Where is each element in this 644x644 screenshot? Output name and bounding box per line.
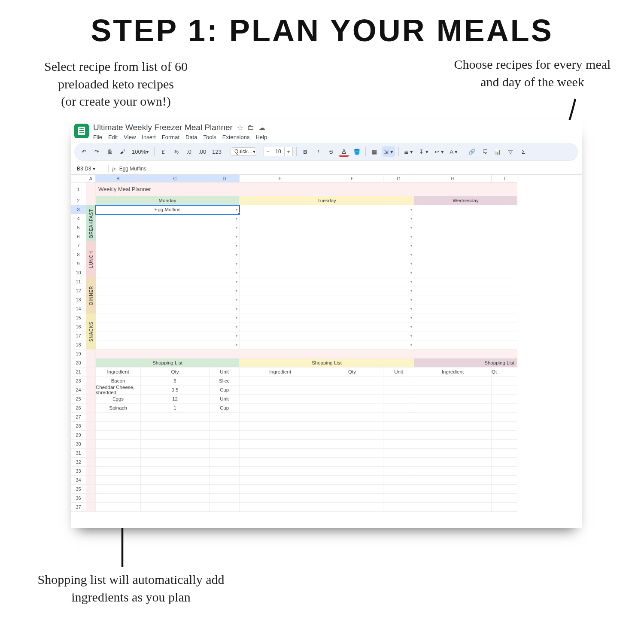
- link-icon[interactable]: 🔗: [467, 146, 477, 157]
- unit-cell[interactable]: Unit: [210, 395, 240, 404]
- number-format-button[interactable]: 123: [210, 146, 223, 157]
- functions-icon[interactable]: Σ: [518, 146, 529, 157]
- shopping-header[interactable]: Shopping List: [240, 358, 414, 368]
- cell[interactable]: [414, 268, 517, 277]
- row-header[interactable]: 24: [71, 386, 86, 395]
- row-header[interactable]: 36: [71, 494, 86, 503]
- cloud-icon[interactable]: ☁: [258, 124, 265, 132]
- col-qty[interactable]: Qt: [492, 368, 517, 377]
- text-color-button[interactable]: A: [339, 146, 349, 157]
- cell[interactable]: [414, 295, 517, 304]
- recipe-dropdown-selected[interactable]: Egg Muffins▾: [96, 205, 240, 214]
- col-unit[interactable]: Unit: [210, 368, 240, 377]
- menu-help[interactable]: Help: [255, 134, 267, 140]
- menu-data[interactable]: Data: [185, 134, 197, 140]
- recipe-dropdown[interactable]: ▾: [240, 232, 414, 241]
- cell[interactable]: [414, 313, 517, 322]
- cell[interactable]: [414, 223, 517, 232]
- selection-handle[interactable]: [238, 213, 240, 215]
- row-header[interactable]: 5: [71, 223, 86, 232]
- row-header[interactable]: 29: [71, 431, 86, 440]
- recipe-dropdown[interactable]: ▾: [96, 286, 240, 295]
- row-header[interactable]: 19: [71, 349, 86, 358]
- recipe-dropdown[interactable]: ▾: [240, 214, 414, 223]
- paint-format-icon[interactable]: 🖌: [117, 146, 128, 157]
- row-header[interactable]: 3: [71, 205, 86, 214]
- recipe-dropdown[interactable]: ▾: [96, 223, 240, 232]
- recipe-dropdown[interactable]: ▾: [96, 313, 240, 322]
- borders-icon[interactable]: ▦: [369, 146, 380, 157]
- recipe-dropdown[interactable]: ▾: [240, 340, 414, 349]
- recipe-dropdown[interactable]: ▾: [240, 331, 414, 340]
- menu-insert[interactable]: Insert: [142, 134, 156, 140]
- recipe-dropdown[interactable]: ▾: [96, 268, 240, 277]
- star-icon[interactable]: ☆: [237, 124, 243, 132]
- font-size-stepper[interactable]: − 10 +: [264, 147, 293, 156]
- row-header[interactable]: 1: [71, 182, 86, 196]
- recipe-dropdown[interactable]: ▾: [240, 205, 414, 214]
- italic-button[interactable]: I: [313, 146, 323, 157]
- font-select[interactable]: Quick…▾: [231, 147, 256, 156]
- row-header[interactable]: 32: [71, 458, 86, 467]
- row-header[interactable]: 23: [71, 377, 86, 386]
- name-box[interactable]: B3:D3 ▾: [74, 165, 109, 173]
- undo-icon[interactable]: ↶: [79, 146, 89, 157]
- cell[interactable]: [414, 232, 517, 241]
- row-header[interactable]: 25: [71, 395, 86, 404]
- recipe-dropdown[interactable]: ▾: [96, 241, 240, 250]
- recipe-dropdown[interactable]: ▾: [240, 223, 414, 232]
- bold-button[interactable]: B: [300, 146, 310, 157]
- menu-view[interactable]: View: [124, 134, 136, 140]
- row-header[interactable]: 18: [71, 340, 86, 349]
- row-header[interactable]: 4: [71, 214, 86, 223]
- currency-button[interactable]: £: [158, 146, 168, 157]
- cell[interactable]: [414, 322, 517, 331]
- h-align-icon[interactable]: ≣ ▾: [402, 146, 415, 157]
- recipe-dropdown[interactable]: ▾: [240, 250, 414, 259]
- col-header[interactable]: E: [240, 175, 321, 182]
- cell[interactable]: [414, 340, 517, 349]
- shopping-header[interactable]: Shopping List: [96, 358, 240, 368]
- col-ingredient[interactable]: Ingredient: [240, 368, 321, 377]
- day-header-monday[interactable]: Monday: [96, 196, 240, 205]
- fill-color-icon[interactable]: 🪣: [352, 146, 362, 157]
- menu-file[interactable]: File: [93, 134, 102, 140]
- row-header[interactable]: 14: [71, 304, 86, 313]
- row-header[interactable]: 12: [71, 286, 86, 295]
- qty-cell[interactable]: 12: [141, 395, 210, 404]
- move-icon[interactable]: 🗀: [247, 124, 254, 131]
- col-header[interactable]: B: [96, 175, 141, 182]
- qty-cell[interactable]: 6: [141, 377, 210, 386]
- cell[interactable]: [86, 182, 96, 196]
- row-header[interactable]: 28: [71, 422, 86, 431]
- unit-cell[interactable]: Cup: [210, 386, 240, 395]
- strike-button[interactable]: S: [326, 146, 336, 157]
- col-ingredient[interactable]: Ingredient: [414, 368, 492, 377]
- select-all-corner[interactable]: [71, 175, 86, 182]
- font-size-minus[interactable]: −: [264, 147, 272, 156]
- increase-decimal-button[interactable]: .00: [197, 146, 208, 157]
- wrap-icon[interactable]: ↩ ▾: [433, 146, 446, 157]
- recipe-dropdown[interactable]: ▾: [240, 322, 414, 331]
- recipe-dropdown[interactable]: ▾: [240, 313, 414, 322]
- recipe-dropdown[interactable]: ▾: [240, 304, 414, 313]
- col-header[interactable]: I: [492, 175, 517, 182]
- merge-cells-icon[interactable]: ⇲ ▾: [382, 146, 395, 157]
- row-header[interactable]: 27: [71, 413, 86, 422]
- recipe-dropdown[interactable]: ▾: [96, 322, 240, 331]
- qty-cell[interactable]: 0.5: [141, 386, 210, 395]
- row-header[interactable]: 7: [71, 241, 86, 250]
- col-header[interactable]: D: [210, 175, 240, 182]
- col-header[interactable]: H: [414, 175, 492, 182]
- comment-icon[interactable]: 🗨: [480, 146, 490, 157]
- unit-cell[interactable]: Slice: [210, 377, 240, 386]
- zoom-select[interactable]: 100% ▾: [130, 146, 151, 157]
- col-ingredient[interactable]: Ingredient: [96, 368, 141, 377]
- recipe-dropdown[interactable]: ▾: [96, 250, 240, 259]
- recipe-dropdown[interactable]: ▾: [96, 304, 240, 313]
- recipe-dropdown[interactable]: ▾: [96, 340, 240, 349]
- row-header[interactable]: 26: [71, 404, 86, 413]
- col-qty[interactable]: Qty: [321, 368, 383, 377]
- row-header[interactable]: 21: [71, 368, 86, 377]
- cell[interactable]: [414, 205, 517, 214]
